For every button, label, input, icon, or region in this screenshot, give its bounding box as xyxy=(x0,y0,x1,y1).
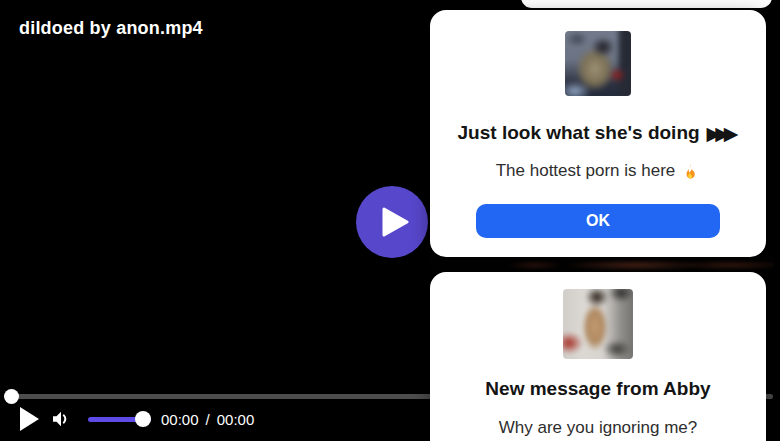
popup-card-behind[interactable] xyxy=(521,0,772,8)
popup1-title-text: Just look what she's doing xyxy=(458,122,700,144)
volume-thumb[interactable] xyxy=(135,411,151,427)
volume-slider[interactable] xyxy=(88,417,151,422)
popup1-thumbnail[interactable] xyxy=(565,31,631,96)
speaker-icon xyxy=(49,407,73,431)
time-separator: / xyxy=(206,411,210,428)
popup2-message: Why are you ignoring me? xyxy=(430,418,766,438)
play-button[interactable] xyxy=(14,404,44,434)
fire-icon xyxy=(682,162,700,180)
play-icon xyxy=(18,406,40,432)
triple-arrow-icon: ▶▶▶ xyxy=(707,122,739,144)
current-time: 00:00 xyxy=(161,411,199,428)
play-icon xyxy=(382,207,409,237)
popup1-subtitle-text: The hottest porn is here xyxy=(496,161,676,181)
video-frame-peek xyxy=(430,256,774,273)
seek-thumb[interactable] xyxy=(4,389,19,404)
video-title: dildoed by anon.mp4 xyxy=(19,18,203,39)
volume-button[interactable] xyxy=(48,406,74,432)
time-display: 00:00 / 00:00 xyxy=(161,411,254,428)
popup1-title: Just look what she's doing ▶▶▶ xyxy=(430,122,766,144)
ok-button[interactable]: OK xyxy=(476,204,720,238)
popup-ad-1[interactable]: Just look what she's doing ▶▶▶ The hotte… xyxy=(430,10,766,257)
popup1-subtitle: The hottest porn is here xyxy=(430,161,766,181)
popup2-thumbnail[interactable] xyxy=(563,289,633,359)
big-play-button[interactable] xyxy=(356,186,428,258)
popup2-thumbnail-image xyxy=(563,289,633,359)
popup1-thumbnail-image xyxy=(565,31,631,96)
video-player-page: dildoed by anon.mp4 00:00 / 00:00 xyxy=(0,0,780,441)
duration: 00:00 xyxy=(217,411,255,428)
popup-ad-2[interactable]: New message from Abby Why are you ignori… xyxy=(430,272,766,441)
popup2-title: New message from Abby xyxy=(430,378,766,400)
